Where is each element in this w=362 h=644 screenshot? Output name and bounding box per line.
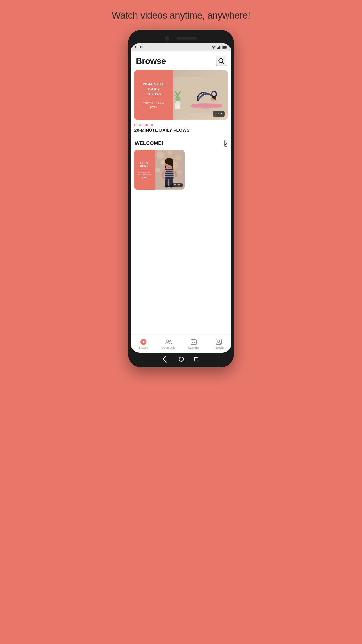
svg-rect-1 xyxy=(217,48,218,49)
account-icon xyxy=(215,338,222,345)
svg-rect-34 xyxy=(165,172,174,173)
welcome-section-header: WELCOME! › xyxy=(131,134,231,150)
svg-point-46 xyxy=(167,340,169,342)
featured-tag: FEATURED xyxy=(134,123,228,127)
nav-item-browse[interactable]: Browse xyxy=(136,338,151,349)
phone-back-button[interactable] xyxy=(163,356,170,363)
calendar-nav-label: Calendar xyxy=(188,346,199,349)
svg-point-29 xyxy=(155,167,160,172)
svg-rect-3 xyxy=(219,46,220,49)
featured-carousel[interactable]: 20-MINUTEDAILYFLOWS VINYASA FLOW FWY xyxy=(131,70,231,120)
search-button[interactable] xyxy=(216,56,226,66)
browse-icon xyxy=(140,338,147,345)
welcome-cards: STARTHERE! MEMBERSHIPINFORMATION FWY xyxy=(131,150,231,210)
svg-rect-12 xyxy=(192,104,222,107)
community-icon xyxy=(165,338,172,345)
svg-line-9 xyxy=(222,62,224,64)
svg-rect-32 xyxy=(165,169,174,180)
svg-point-27 xyxy=(161,160,164,164)
featured-brand: FWY xyxy=(150,106,158,109)
phone-top-bezel xyxy=(131,33,231,43)
battery-icon xyxy=(222,46,227,49)
svg-point-30 xyxy=(178,170,182,174)
welcome-card-brand: FWY xyxy=(142,177,148,179)
playlist-icon xyxy=(215,112,219,116)
svg-point-26 xyxy=(175,155,181,160)
svg-rect-20 xyxy=(215,114,218,114)
svg-point-25 xyxy=(167,150,172,155)
featured-divider xyxy=(148,100,160,100)
welcome-card-0[interactable]: STARTHERE! MEMBERSHIPINFORMATION FWY xyxy=(134,150,185,190)
video-duration-badge: 01:31 xyxy=(172,183,183,187)
page-tagline: Watch videos anytime, anywhere! xyxy=(112,10,250,21)
status-bar: 10:15 xyxy=(131,43,231,51)
svg-rect-33 xyxy=(165,170,174,171)
phone-screen: 10:15 xyxy=(131,43,231,353)
featured-label-section: FEATURED 20-MINUTE DAILY FLOWS xyxy=(131,120,231,134)
svg-point-16 xyxy=(212,96,216,99)
svg-point-38 xyxy=(167,164,168,166)
screen-content: Browse 20-MINUTEDAILYFLOWS VINYASA FLOW … xyxy=(131,51,231,353)
bottom-navigation: Browse Community xyxy=(131,336,231,353)
calendar-icon xyxy=(190,338,197,345)
welcome-card-overlay: STARTHERE! MEMBERSHIPINFORMATION FWY xyxy=(134,150,155,190)
phone-speaker xyxy=(177,37,197,40)
featured-overlay: 20-MINUTEDAILYFLOWS VINYASA FLOW FWY xyxy=(134,70,173,120)
featured-video-title: 20-MINUTE DAILY FLOWS xyxy=(134,128,228,133)
wifi-icon xyxy=(212,46,216,49)
account-nav-label: Account xyxy=(214,346,224,349)
svg-point-42 xyxy=(165,185,169,188)
nav-item-community[interactable]: Community xyxy=(161,338,176,349)
welcome-card-title: STARTHERE! xyxy=(140,161,150,168)
svg-rect-36 xyxy=(165,176,174,177)
svg-rect-7 xyxy=(223,46,226,48)
welcome-arrow-button[interactable]: › xyxy=(224,140,227,147)
browse-nav-label: Browse xyxy=(139,346,148,349)
svg-rect-35 xyxy=(165,174,174,175)
phone-recents-button[interactable] xyxy=(194,357,198,361)
welcome-title: WELCOME! xyxy=(135,140,163,146)
svg-rect-2 xyxy=(218,47,219,49)
signal-icon xyxy=(217,46,221,49)
svg-rect-48 xyxy=(191,340,196,345)
welcome-card-sub: MEMBERSHIPINFORMATION xyxy=(137,171,152,176)
status-time: 10:15 xyxy=(135,45,143,49)
community-nav-label: Community xyxy=(161,346,175,349)
featured-image: 7 xyxy=(173,70,228,120)
svg-marker-22 xyxy=(218,113,219,115)
featured-overlay-title: 20-MINUTEDAILYFLOWS xyxy=(143,82,165,96)
svg-point-24 xyxy=(157,152,164,159)
app-header: Browse xyxy=(131,51,231,70)
featured-subtitle: VINYASA FLOW xyxy=(143,102,164,104)
svg-rect-4 xyxy=(220,46,221,49)
svg-point-55 xyxy=(218,340,220,342)
featured-card[interactable]: 20-MINUTEDAILYFLOWS VINYASA FLOW FWY xyxy=(134,70,228,120)
status-icons xyxy=(212,46,227,49)
phone-home-button[interactable] xyxy=(179,357,184,362)
phone-wrapper: 10:15 xyxy=(128,30,234,367)
svg-point-0 xyxy=(213,48,214,49)
video-count-badge: 7 xyxy=(213,111,225,117)
nav-item-account[interactable]: Account xyxy=(211,338,226,349)
svg-rect-18 xyxy=(175,103,181,105)
svg-rect-53 xyxy=(194,342,195,343)
svg-rect-21 xyxy=(215,115,218,115)
phone-bottom-controls xyxy=(131,353,231,364)
phone-camera xyxy=(165,36,169,41)
welcome-card-divider xyxy=(140,170,149,170)
video-count: 7 xyxy=(220,112,222,116)
svg-point-47 xyxy=(169,340,171,341)
svg-rect-52 xyxy=(192,342,193,343)
svg-point-39 xyxy=(170,164,171,166)
svg-rect-6 xyxy=(227,46,227,48)
page-title: Browse xyxy=(136,56,166,66)
nav-item-calendar[interactable]: Calendar xyxy=(186,338,201,349)
svg-rect-19 xyxy=(215,113,218,113)
